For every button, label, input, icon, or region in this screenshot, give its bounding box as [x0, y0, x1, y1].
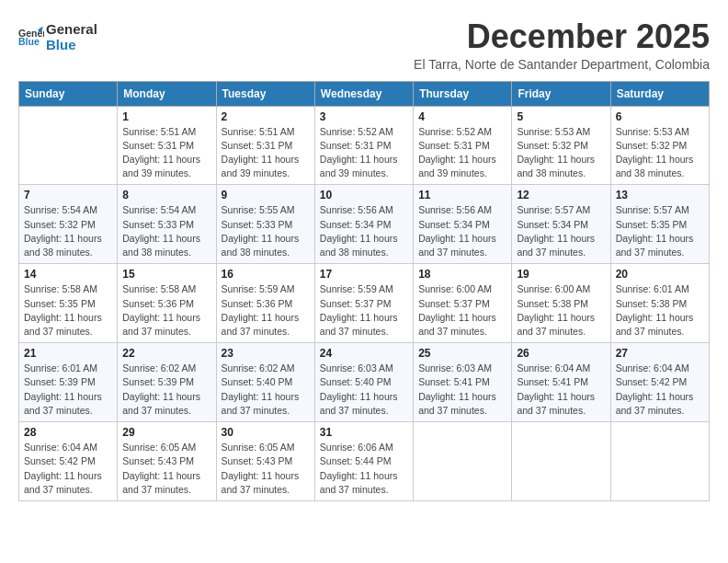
calendar-cell: 22Sunrise: 6:02 AM Sunset: 5:39 PM Dayli… — [118, 343, 216, 422]
day-number: 15 — [122, 268, 210, 281]
calendar-week-5: 28Sunrise: 6:04 AM Sunset: 5:42 PM Dayli… — [19, 422, 710, 501]
day-info: Sunrise: 5:51 AM Sunset: 5:31 PM Dayligh… — [122, 125, 210, 181]
calendar-cell: 17Sunrise: 5:59 AM Sunset: 5:37 PM Dayli… — [314, 264, 413, 343]
day-number: 21 — [24, 347, 112, 360]
day-number: 8 — [122, 189, 210, 201]
day-number: 6 — [616, 110, 704, 123]
day-number: 10 — [320, 189, 408, 201]
day-info: Sunrise: 5:53 AM Sunset: 5:32 PM Dayligh… — [616, 125, 704, 181]
calendar-cell: 19Sunrise: 6:00 AM Sunset: 5:38 PM Dayli… — [512, 264, 610, 343]
day-number: 7 — [24, 189, 112, 201]
day-info: Sunrise: 5:59 AM Sunset: 5:36 PM Dayligh… — [222, 282, 310, 339]
calendar-cell: 11Sunrise: 5:56 AM Sunset: 5:34 PM Dayli… — [414, 185, 512, 264]
day-info: Sunrise: 6:01 AM Sunset: 5:38 PM Dayligh… — [616, 282, 704, 339]
day-number: 23 — [222, 347, 310, 360]
day-number: 11 — [418, 189, 506, 201]
day-number: 29 — [122, 426, 210, 439]
day-info: Sunrise: 5:54 AM Sunset: 5:33 PM Dayligh… — [122, 203, 210, 259]
calendar-week-2: 7Sunrise: 5:54 AM Sunset: 5:32 PM Daylig… — [19, 185, 710, 264]
calendar-cell: 31Sunrise: 6:06 AM Sunset: 5:44 PM Dayli… — [314, 422, 413, 501]
day-info: Sunrise: 6:02 AM Sunset: 5:39 PM Dayligh… — [122, 362, 210, 418]
month-title: December 2025 — [414, 18, 710, 55]
svg-text:Blue: Blue — [18, 36, 40, 47]
calendar-cell: 29Sunrise: 6:05 AM Sunset: 5:43 PM Dayli… — [118, 422, 216, 501]
calendar-cell: 13Sunrise: 5:57 AM Sunset: 5:35 PM Dayli… — [610, 185, 709, 264]
header: General Blue General Blue December 2025 … — [18, 18, 710, 72]
day-number: 20 — [616, 268, 704, 281]
column-header-tuesday: Tuesday — [216, 81, 314, 106]
calendar-cell: 4Sunrise: 5:52 AM Sunset: 5:31 PM Daylig… — [414, 106, 512, 185]
calendar-cell: 24Sunrise: 6:03 AM Sunset: 5:40 PM Dayli… — [314, 343, 413, 422]
subtitle: El Tarra, Norte de Santander Department,… — [414, 57, 710, 72]
day-number: 12 — [517, 189, 605, 201]
day-number: 3 — [320, 110, 408, 123]
day-number: 28 — [24, 426, 112, 439]
calendar: SundayMondayTuesdayWednesdayThursdayFrid… — [18, 81, 710, 501]
day-info: Sunrise: 6:03 AM Sunset: 5:41 PM Dayligh… — [418, 362, 506, 418]
day-number: 24 — [320, 347, 408, 360]
calendar-cell: 30Sunrise: 6:05 AM Sunset: 5:43 PM Dayli… — [216, 422, 314, 501]
day-number: 2 — [222, 110, 310, 123]
day-info: Sunrise: 6:04 AM Sunset: 5:41 PM Dayligh… — [517, 362, 605, 418]
day-info: Sunrise: 5:58 AM Sunset: 5:36 PM Dayligh… — [122, 282, 210, 339]
calendar-cell: 18Sunrise: 6:00 AM Sunset: 5:37 PM Dayli… — [414, 264, 512, 343]
day-number: 9 — [222, 189, 310, 201]
day-info: Sunrise: 6:06 AM Sunset: 5:44 PM Dayligh… — [320, 441, 408, 497]
day-info: Sunrise: 5:56 AM Sunset: 5:34 PM Dayligh… — [320, 203, 408, 259]
day-number: 14 — [24, 268, 112, 281]
day-info: Sunrise: 5:57 AM Sunset: 5:34 PM Dayligh… — [517, 203, 605, 259]
day-number: 16 — [222, 268, 310, 281]
calendar-cell: 2Sunrise: 5:51 AM Sunset: 5:31 PM Daylig… — [216, 106, 314, 185]
calendar-cell — [610, 422, 709, 501]
column-header-saturday: Saturday — [610, 81, 709, 106]
logo-text-line1: General — [46, 22, 97, 38]
day-number: 19 — [517, 268, 605, 281]
day-info: Sunrise: 6:05 AM Sunset: 5:43 PM Dayligh… — [122, 441, 210, 497]
day-number: 31 — [320, 426, 408, 439]
calendar-cell: 10Sunrise: 5:56 AM Sunset: 5:34 PM Dayli… — [314, 185, 413, 264]
column-header-sunday: Sunday — [19, 81, 118, 106]
calendar-cell: 23Sunrise: 6:02 AM Sunset: 5:40 PM Dayli… — [216, 343, 314, 422]
day-info: Sunrise: 6:01 AM Sunset: 5:39 PM Dayligh… — [24, 362, 112, 418]
day-number: 1 — [122, 110, 210, 123]
calendar-cell: 14Sunrise: 5:58 AM Sunset: 5:35 PM Dayli… — [19, 264, 118, 343]
day-number: 17 — [320, 268, 408, 281]
day-number: 22 — [122, 347, 210, 360]
column-header-friday: Friday — [512, 81, 610, 106]
day-number: 26 — [517, 347, 605, 360]
column-header-thursday: Thursday — [414, 81, 512, 106]
day-info: Sunrise: 6:05 AM Sunset: 5:43 PM Dayligh… — [222, 441, 310, 497]
day-number: 30 — [222, 426, 310, 439]
calendar-header-row: SundayMondayTuesdayWednesdayThursdayFrid… — [19, 81, 710, 106]
title-block: December 2025 El Tarra, Norte de Santand… — [414, 18, 710, 72]
calendar-cell: 26Sunrise: 6:04 AM Sunset: 5:41 PM Dayli… — [512, 343, 610, 422]
calendar-cell: 8Sunrise: 5:54 AM Sunset: 5:33 PM Daylig… — [118, 185, 216, 264]
calendar-cell: 7Sunrise: 5:54 AM Sunset: 5:32 PM Daylig… — [19, 185, 118, 264]
calendar-cell: 5Sunrise: 5:53 AM Sunset: 5:32 PM Daylig… — [512, 106, 610, 185]
calendar-week-3: 14Sunrise: 5:58 AM Sunset: 5:35 PM Dayli… — [19, 264, 710, 343]
calendar-cell: 25Sunrise: 6:03 AM Sunset: 5:41 PM Dayli… — [414, 343, 512, 422]
day-info: Sunrise: 6:00 AM Sunset: 5:37 PM Dayligh… — [418, 282, 506, 339]
day-info: Sunrise: 5:52 AM Sunset: 5:31 PM Dayligh… — [320, 125, 408, 181]
day-number: 18 — [418, 268, 506, 281]
calendar-cell — [512, 422, 610, 501]
day-info: Sunrise: 6:04 AM Sunset: 5:42 PM Dayligh… — [24, 441, 112, 497]
day-info: Sunrise: 5:54 AM Sunset: 5:32 PM Dayligh… — [24, 203, 112, 259]
calendar-cell: 1Sunrise: 5:51 AM Sunset: 5:31 PM Daylig… — [118, 106, 216, 185]
calendar-cell: 15Sunrise: 5:58 AM Sunset: 5:36 PM Dayli… — [118, 264, 216, 343]
calendar-cell: 28Sunrise: 6:04 AM Sunset: 5:42 PM Dayli… — [19, 422, 118, 501]
calendar-cell: 21Sunrise: 6:01 AM Sunset: 5:39 PM Dayli… — [19, 343, 118, 422]
day-number: 27 — [616, 347, 704, 360]
day-info: Sunrise: 6:02 AM Sunset: 5:40 PM Dayligh… — [222, 362, 310, 418]
calendar-cell: 16Sunrise: 5:59 AM Sunset: 5:36 PM Dayli… — [216, 264, 314, 343]
day-info: Sunrise: 5:56 AM Sunset: 5:34 PM Dayligh… — [418, 203, 506, 259]
day-number: 25 — [418, 347, 506, 360]
calendar-week-1: 1Sunrise: 5:51 AM Sunset: 5:31 PM Daylig… — [19, 106, 710, 185]
calendar-cell: 6Sunrise: 5:53 AM Sunset: 5:32 PM Daylig… — [610, 106, 709, 185]
calendar-cell: 9Sunrise: 5:55 AM Sunset: 5:33 PM Daylig… — [216, 185, 314, 264]
calendar-cell: 3Sunrise: 5:52 AM Sunset: 5:31 PM Daylig… — [314, 106, 413, 185]
logo-icon: General Blue — [18, 25, 44, 51]
column-header-wednesday: Wednesday — [314, 81, 413, 106]
day-info: Sunrise: 5:55 AM Sunset: 5:33 PM Dayligh… — [222, 203, 310, 259]
day-info: Sunrise: 6:00 AM Sunset: 5:38 PM Dayligh… — [517, 282, 605, 339]
